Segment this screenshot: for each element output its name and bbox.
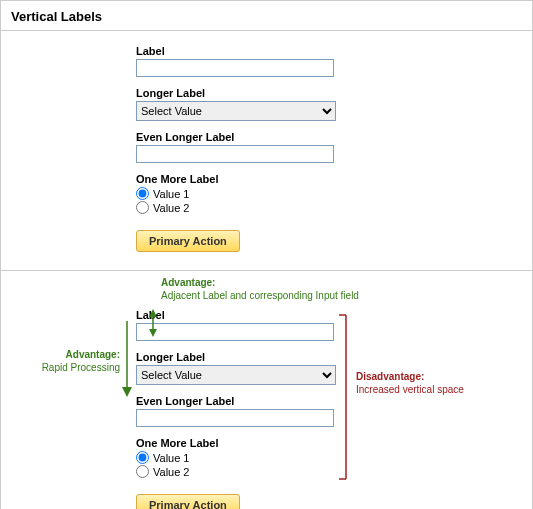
value-2-radio[interactable] [136,201,149,214]
radio-row-2: Value 2 [136,465,336,478]
field-longer-label: Longer Label Select Value [136,351,336,385]
field-label-text: Label [136,45,336,57]
primary-action-button[interactable]: Primary Action [136,230,240,252]
container: Vertical Labels Label Longer Label Selec… [0,0,533,509]
svg-marker-4 [122,387,132,397]
advantage-body: Rapid Processing [42,362,120,373]
panel-annotated: Advantage: Adjacent Label and correspond… [1,271,532,509]
field-one-more-label: One More Label Value 1 Value 2 [136,173,336,214]
vertical-space-bracket-icon [339,315,346,479]
label-input[interactable] [136,323,334,341]
field-label-text: Even Longer Label [136,395,336,407]
primary-action-button[interactable]: Primary Action [136,494,240,509]
radio-row-1: Value 1 [136,451,336,464]
field-label-text: Even Longer Label [136,131,336,143]
advantage-title: Advantage: [161,277,215,288]
field-label-text: One More Label [136,437,336,449]
value-1-radio[interactable] [136,451,149,464]
even-longer-label-input[interactable] [136,409,334,427]
advantage-top-annotation: Advantage: Adjacent Label and correspond… [161,277,441,302]
radio-row-1: Value 1 [136,187,336,200]
advantage-left-annotation: Advantage: Rapid Processing [5,349,120,374]
field-label-text: Longer Label [136,351,336,363]
field-label: Label [136,45,336,77]
form: Label Longer Label Select Value Even Lon… [136,45,336,252]
radio-label: Value 1 [153,188,190,200]
field-label: Label [136,309,336,341]
field-label-text: One More Label [136,173,336,185]
disadvantage-body: Increased vertical space [356,384,464,395]
field-label-text: Label [136,309,336,321]
section-heading: Vertical Labels [1,1,532,31]
rapid-processing-arrow-icon [122,321,132,397]
even-longer-label-input[interactable] [136,145,334,163]
advantage-title: Advantage: [66,349,120,360]
field-one-more-label: One More Label Value 1 Value 2 [136,437,336,478]
radio-label: Value 2 [153,466,190,478]
radio-label: Value 2 [153,202,190,214]
field-even-longer-label: Even Longer Label [136,395,336,427]
panel-plain: Label Longer Label Select Value Even Lon… [1,31,532,271]
radio-label: Value 1 [153,452,190,464]
longer-label-select[interactable]: Select Value [136,101,336,121]
longer-label-select[interactable]: Select Value [136,365,336,385]
value-2-radio[interactable] [136,465,149,478]
field-label-text: Longer Label [136,87,336,99]
field-even-longer-label: Even Longer Label [136,131,336,163]
disadvantage-title: Disadvantage: [356,371,424,382]
advantage-body: Adjacent Label and corresponding Input f… [161,290,359,301]
label-input[interactable] [136,59,334,77]
radio-row-2: Value 2 [136,201,336,214]
form: Label Longer Label Select Value Even Lon… [136,309,336,509]
field-longer-label: Longer Label Select Value [136,87,336,121]
disadvantage-right-annotation: Disadvantage: Increased vertical space [356,371,526,396]
value-1-radio[interactable] [136,187,149,200]
